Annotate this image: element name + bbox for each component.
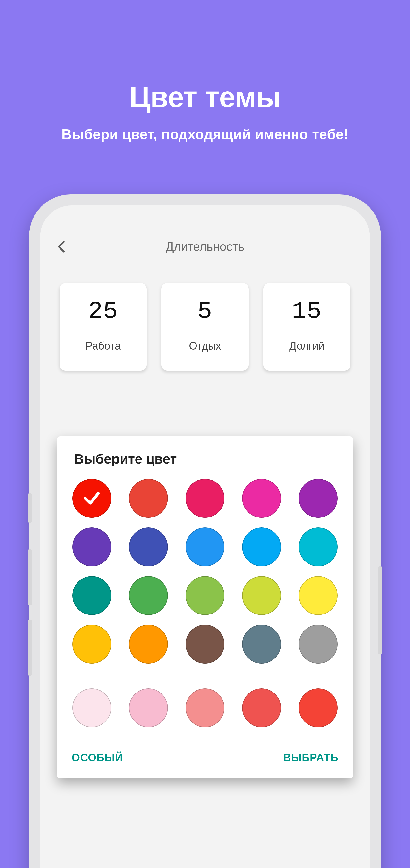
phone-side-button [28, 493, 32, 523]
color-shade-swatch[interactable] [129, 688, 168, 727]
duration-card-longbreak[interactable]: 15 Долгий [263, 283, 350, 371]
divider [69, 676, 341, 676]
color-swatch[interactable] [72, 576, 111, 615]
header-title: Длительность [69, 240, 355, 254]
color-shade-swatch[interactable] [242, 688, 281, 727]
color-swatch[interactable] [242, 625, 281, 663]
color-swatch[interactable] [242, 576, 281, 615]
card-label: Долгий [289, 340, 324, 352]
color-swatch[interactable] [299, 576, 338, 615]
color-swatch[interactable] [185, 479, 225, 518]
color-swatch[interactable] [242, 527, 281, 566]
color-shade-swatch[interactable] [185, 688, 225, 727]
card-label: Работа [86, 340, 121, 352]
card-label: Отдых [189, 340, 221, 352]
color-swatch[interactable] [299, 625, 338, 663]
color-swatch[interactable] [242, 479, 281, 518]
promo-heading: Цвет темы Выбери цвет, подходящий именно… [0, 0, 410, 142]
color-swatch-grid [69, 479, 341, 663]
color-swatch[interactable] [185, 576, 225, 615]
color-shades-row [69, 688, 341, 727]
color-shade-swatch[interactable] [72, 688, 111, 727]
card-value: 25 [88, 298, 118, 325]
select-color-button[interactable]: ВЫБРАТЬ [283, 751, 338, 764]
color-swatch[interactable] [129, 479, 168, 518]
back-button[interactable] [55, 240, 69, 254]
chevron-left-icon [55, 240, 69, 254]
color-shade-swatch[interactable] [299, 688, 338, 727]
dialog-title: Выберите цвет [69, 451, 341, 467]
color-swatch[interactable] [72, 625, 111, 663]
phone-frame: Длительность 25 Работа 5 Отдых 15 Долгий… [29, 194, 381, 868]
phone-power-button [378, 566, 382, 654]
color-swatch[interactable] [129, 625, 168, 663]
color-swatch[interactable] [72, 479, 111, 518]
card-value: 5 [198, 298, 212, 325]
promo-subtitle: Выбери цвет, подходящий именно тебе! [0, 126, 410, 142]
color-picker-dialog: Выберите цвет ОСОБЫЙ ВЫБРАТЬ [57, 436, 353, 778]
phone-volume-up-button [28, 549, 32, 605]
check-icon [82, 489, 102, 508]
duration-card-break[interactable]: 5 Отдых [161, 283, 248, 371]
color-swatch[interactable] [129, 576, 168, 615]
phone-volume-down-button [28, 620, 32, 676]
duration-card-work[interactable]: 25 Работа [60, 283, 147, 371]
duration-cards-row: 25 Работа 5 Отдых 15 Долгий [40, 254, 370, 371]
color-swatch[interactable] [129, 527, 168, 566]
app-header: Длительность [40, 206, 370, 254]
color-swatch[interactable] [72, 527, 111, 566]
phone-screen: Длительность 25 Работа 5 Отдых 15 Долгий… [40, 206, 370, 868]
color-swatch[interactable] [299, 527, 338, 566]
dialog-actions: ОСОБЫЙ ВЫБРАТЬ [69, 744, 341, 766]
custom-color-button[interactable]: ОСОБЫЙ [72, 751, 123, 764]
card-value: 15 [292, 298, 322, 325]
color-swatch[interactable] [185, 527, 225, 566]
color-swatch[interactable] [185, 625, 225, 663]
color-swatch[interactable] [299, 479, 338, 518]
promo-title: Цвет темы [0, 80, 410, 114]
